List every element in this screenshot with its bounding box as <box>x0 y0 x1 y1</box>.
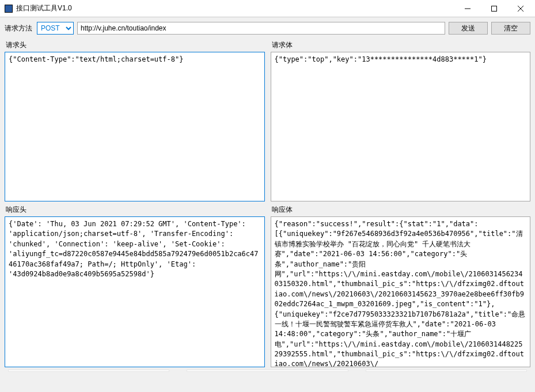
response-header-textarea[interactable] <box>5 216 265 367</box>
response-body-label: 响应体 <box>271 205 531 215</box>
minimize-button[interactable] <box>454 1 481 17</box>
method-select[interactable]: POST <box>37 22 74 35</box>
request-body-textarea[interactable] <box>271 52 531 201</box>
method-label: 请求方法 <box>5 24 33 33</box>
maximize-button[interactable] <box>481 1 507 17</box>
request-header-label: 请求头 <box>5 40 265 50</box>
response-header-label: 响应头 <box>5 205 265 215</box>
status-bar <box>5 370 530 373</box>
request-body-label: 请求体 <box>271 40 531 50</box>
url-input[interactable] <box>77 22 445 35</box>
send-button[interactable]: 发送 <box>449 22 488 35</box>
app-icon <box>5 5 13 13</box>
clear-button[interactable]: 清空 <box>491 22 530 35</box>
title-bar: 接口测试工具V1.0 <box>0 0 535 17</box>
window-title: 接口测试工具V1.0 <box>16 3 454 13</box>
close-button[interactable] <box>507 1 534 17</box>
svg-rect-1 <box>492 6 497 11</box>
request-header-textarea[interactable] <box>5 52 265 201</box>
response-body-textarea[interactable] <box>271 216 531 367</box>
toolbar: 请求方法 POST 发送 清空 <box>5 22 530 35</box>
